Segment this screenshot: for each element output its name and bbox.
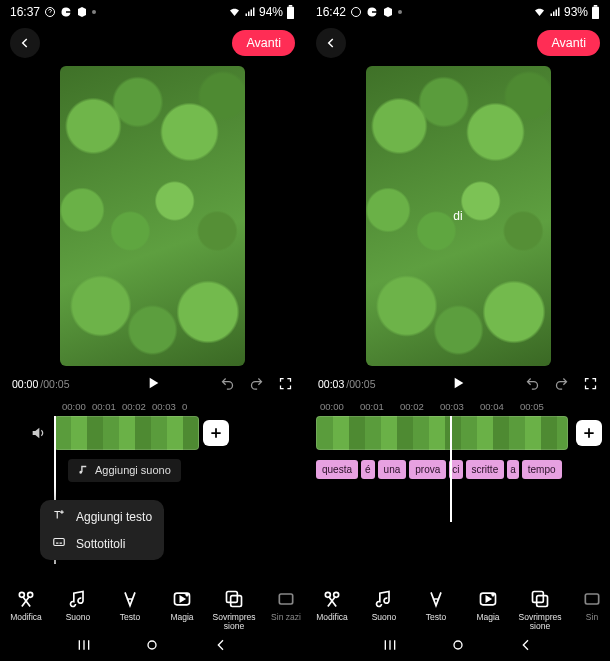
svg-point-11 xyxy=(352,8,361,17)
svg-point-10 xyxy=(148,641,156,649)
svg-rect-8 xyxy=(231,596,242,607)
time-duration: /00:05 xyxy=(40,378,69,390)
playhead[interactable] xyxy=(450,416,452,522)
tool-text[interactable]: Testo xyxy=(104,589,156,631)
music-note-icon xyxy=(78,464,89,477)
nav-back[interactable] xyxy=(213,637,229,657)
popup-subtitles[interactable]: Sottotitoli xyxy=(52,535,152,552)
preview-thumbnail xyxy=(60,66,245,366)
svg-rect-18 xyxy=(537,596,548,607)
subtitle-segment[interactable]: prova xyxy=(409,460,446,479)
video-clip[interactable] xyxy=(316,416,568,450)
video-track xyxy=(14,416,305,450)
volume-icon[interactable] xyxy=(30,425,46,441)
next-button[interactable]: Avanti xyxy=(232,30,295,56)
popup-add-text[interactable]: Aggiungi testo xyxy=(52,508,152,525)
tool-magic[interactable]: Magia xyxy=(462,589,514,631)
nav-recent[interactable] xyxy=(76,637,92,657)
transport-bar: 00:00 /00:05 xyxy=(0,374,305,397)
header: Avanti xyxy=(306,22,610,66)
battery-text: 93% xyxy=(564,5,588,19)
add-clip-button[interactable] xyxy=(576,420,602,446)
subtitle-segment[interactable]: tempo xyxy=(522,460,562,479)
time-current: 00:03 xyxy=(318,378,344,390)
tool-magic[interactable]: Magia xyxy=(156,589,208,631)
subtitle-segment[interactable]: questa xyxy=(316,460,358,479)
tool-edit[interactable]: Modifica xyxy=(306,589,358,631)
subtitle-segment[interactable]: una xyxy=(378,460,407,479)
undo-button[interactable] xyxy=(220,376,235,391)
battery-icon xyxy=(286,5,295,19)
play-button[interactable] xyxy=(450,375,466,393)
tool-sync[interactable]: Sin zazi xyxy=(260,589,305,631)
tool-overlay[interactable]: Sovrimpres sione xyxy=(514,589,566,631)
nav-home[interactable] xyxy=(450,637,466,657)
add-sound-button[interactable]: Aggiungi suono xyxy=(68,459,181,482)
tool-edit[interactable]: Modifica xyxy=(0,589,52,631)
subtitles-icon xyxy=(52,535,66,552)
timeline-tracks: Aggiungi suono Aggiungi testo Sottotitol… xyxy=(0,416,305,484)
more-icon xyxy=(92,10,96,14)
maps-icon xyxy=(76,6,88,18)
video-clip[interactable] xyxy=(54,416,199,450)
google-icon xyxy=(60,6,72,18)
status-time: 16:37 xyxy=(10,5,40,19)
svg-rect-7 xyxy=(227,592,238,603)
add-text-icon xyxy=(52,508,66,525)
video-preview[interactable]: di xyxy=(366,66,551,366)
timeline-ruler[interactable]: 00:00 00:01 00:02 00:03 00:04 00:05 xyxy=(306,397,610,416)
redo-button[interactable] xyxy=(554,376,569,391)
undo-button[interactable] xyxy=(525,376,540,391)
whatsapp-icon xyxy=(350,6,362,18)
status-bar: 16:37 94% xyxy=(0,0,305,22)
redo-button[interactable] xyxy=(249,376,264,391)
tool-sound[interactable]: Suono xyxy=(358,589,410,631)
fullscreen-button[interactable] xyxy=(278,376,293,391)
subtitle-segment[interactable]: a xyxy=(507,460,519,479)
nav-back[interactable] xyxy=(518,637,534,657)
play-button[interactable] xyxy=(145,375,161,393)
maps-icon xyxy=(382,6,394,18)
tool-sync[interactable]: Sin xyxy=(566,589,610,631)
signal-icon xyxy=(549,6,561,18)
video-preview[interactable] xyxy=(60,66,245,366)
screen-left: 16:37 94% Avanti 00:00 /00:05 xyxy=(0,0,305,661)
more-icon xyxy=(398,10,402,14)
next-button[interactable]: Avanti xyxy=(537,30,600,56)
svg-rect-2 xyxy=(287,7,294,19)
tool-text[interactable]: Testo xyxy=(410,589,462,631)
nav-recent[interactable] xyxy=(382,637,398,657)
header: Avanti xyxy=(0,22,305,66)
preview-caption-text: di xyxy=(453,209,462,223)
subtitle-segment[interactable]: é xyxy=(361,460,375,479)
subtitle-segment[interactable]: scritte xyxy=(466,460,505,479)
whatsapp-icon xyxy=(44,6,56,18)
fullscreen-button[interactable] xyxy=(583,376,598,391)
signal-icon xyxy=(244,6,256,18)
android-navbar xyxy=(306,635,610,661)
screen-right: 16:42 93% Avanti di 00:03 /00:05 xyxy=(305,0,610,661)
battery-icon xyxy=(591,5,600,19)
bottom-toolbar: Modifica Suono Testo Magia Sovrimpres si… xyxy=(306,581,610,635)
back-button[interactable] xyxy=(316,28,346,58)
svg-rect-3 xyxy=(54,539,65,546)
svg-rect-12 xyxy=(594,5,598,7)
status-time: 16:42 xyxy=(316,5,346,19)
subtitle-track: questa é una prova ci scritte a tempo xyxy=(316,456,610,482)
nav-home[interactable] xyxy=(144,637,160,657)
timeline-ruler[interactable]: 00:00 00:01 00:02 00:03 0 xyxy=(0,397,305,416)
add-clip-button[interactable] xyxy=(203,420,229,446)
svg-rect-9 xyxy=(279,594,292,604)
text-popup-menu: Aggiungi testo Sottotitoli xyxy=(40,500,164,560)
video-track xyxy=(316,416,610,450)
svg-rect-19 xyxy=(585,594,598,604)
svg-rect-17 xyxy=(533,592,544,603)
svg-point-20 xyxy=(454,641,462,649)
status-bar: 16:42 93% xyxy=(306,0,610,22)
back-button[interactable] xyxy=(10,28,40,58)
google-icon xyxy=(366,6,378,18)
tool-overlay[interactable]: Sovrimpres sione xyxy=(208,589,260,631)
timeline-tracks: questa é una prova ci scritte a tempo xyxy=(306,416,610,482)
tool-sound[interactable]: Suono xyxy=(52,589,104,631)
svg-rect-1 xyxy=(289,5,293,7)
